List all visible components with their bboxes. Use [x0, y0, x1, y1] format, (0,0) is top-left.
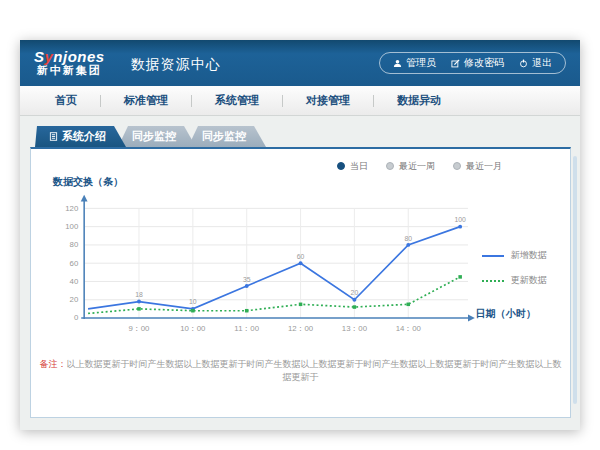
footer-note-label: 备注： [40, 359, 67, 369]
svg-text:80: 80 [404, 235, 412, 242]
svg-text:60: 60 [70, 259, 79, 268]
line-chart: 0204060801001209：0010：0011：0012：0013：001… [45, 191, 476, 353]
document-icon [49, 131, 58, 143]
footer-note: 备注：以上数据更新于时间产生数据以上数据更新于时间产生数据以上数据更新于时间产生… [39, 358, 562, 384]
svg-text:14：00: 14：00 [396, 324, 422, 333]
user-icon [393, 59, 402, 68]
svg-text:80: 80 [70, 240, 79, 249]
brand-logo-subtext: 新中新集团 [34, 65, 105, 77]
svg-text:100: 100 [65, 222, 79, 231]
filter-option-最近一周[interactable]: 最近一周 [386, 160, 435, 173]
chart-legend: 新增数据更新数据 [482, 249, 547, 287]
main-nav: 首页标准管理系统管理对接管理数据异动 [20, 86, 580, 116]
user-menu-item-管理员[interactable]: 管理员 [393, 56, 436, 70]
radio-icon [337, 162, 345, 170]
edit-icon [451, 59, 460, 68]
tab-label: 系统介绍 [62, 129, 106, 144]
content-panel: 当日最近一周最近一月 数据交换（条） 0204060801001209：0010… [30, 147, 571, 418]
svg-text:100: 100 [454, 216, 466, 223]
nav-item-系统管理[interactable]: 系统管理 [192, 93, 282, 108]
app-title: 数据资源中心 [131, 56, 221, 74]
app-window: Synjones 新中新集团 数据资源中心 管理员修改密码退出 首页标准管理系统… [20, 40, 580, 430]
legend-item-更新数据[interactable]: 更新数据 [482, 274, 547, 287]
tab-系统介绍[interactable]: 系统介绍 [35, 126, 126, 147]
y-axis-title: 数据交换（条） [53, 175, 562, 189]
svg-text:10：00: 10：00 [180, 324, 206, 333]
tab-同步监控[interactable]: 同步监控 [118, 126, 196, 147]
tab-同步监控[interactable]: 同步监控 [188, 126, 266, 147]
svg-text:13：00: 13：00 [342, 324, 368, 333]
legend-column: 新增数据更新数据 日期（小时） [476, 191, 562, 353]
footer-note-text: 以上数据更新于时间产生数据以上数据更新于时间产生数据以上数据更新于时间产生数据以… [67, 359, 562, 382]
svg-text:11：00: 11：00 [234, 324, 259, 333]
svg-text:40: 40 [70, 277, 79, 286]
legend-item-新增数据[interactable]: 新增数据 [482, 249, 547, 262]
brand-logo: Synjones 新中新集团 [34, 49, 105, 76]
nav-item-标准管理[interactable]: 标准管理 [101, 93, 191, 108]
svg-text:9：00: 9：00 [129, 324, 151, 333]
legend-swatch [482, 255, 504, 257]
panel-scrollbar[interactable] [573, 156, 577, 404]
x-axis-title: 日期（小时） [476, 307, 536, 321]
user-menu-label: 修改密码 [464, 56, 504, 70]
app-header: Synjones 新中新集团 数据资源中心 管理员修改密码退出 [20, 40, 580, 86]
svg-text:10: 10 [189, 298, 197, 305]
legend-label: 更新数据 [511, 274, 547, 287]
user-menu: 管理员修改密码退出 [379, 52, 566, 74]
radio-icon [386, 162, 394, 170]
power-icon [519, 59, 528, 68]
svg-text:60: 60 [297, 253, 305, 260]
user-menu-item-修改密码[interactable]: 修改密码 [451, 56, 504, 70]
legend-swatch [482, 280, 504, 282]
content-area: 系统介绍同步监控同步监控 当日最近一周最近一月 数据交换（条） 02040608… [20, 116, 580, 430]
tab-bar: 系统介绍同步监控同步监控 [35, 126, 571, 147]
filter-label: 当日 [350, 160, 368, 173]
time-filter-group: 当日最近一周最近一月 [39, 155, 562, 173]
svg-text:12：00: 12：00 [288, 324, 314, 333]
nav-item-数据异动[interactable]: 数据异动 [374, 93, 464, 108]
filter-option-最近一月[interactable]: 最近一月 [453, 160, 502, 173]
svg-text:20: 20 [70, 295, 79, 304]
filter-label: 最近一周 [399, 160, 435, 173]
filter-option-当日[interactable]: 当日 [337, 160, 368, 173]
nav-item-首页[interactable]: 首页 [32, 93, 100, 108]
legend-label: 新增数据 [511, 249, 547, 262]
svg-text:120: 120 [65, 204, 79, 213]
nav-item-对接管理[interactable]: 对接管理 [283, 93, 373, 108]
tab-label: 同步监控 [132, 129, 176, 144]
brand-logo-text: Synjones [34, 49, 105, 65]
user-menu-item-退出[interactable]: 退出 [519, 56, 552, 70]
user-menu-label: 退出 [532, 56, 552, 70]
tab-label: 同步监控 [202, 129, 246, 144]
filter-label: 最近一月 [466, 160, 502, 173]
svg-text:0: 0 [74, 313, 79, 322]
chart-row: 0204060801001209：0010：0011：0012：0013：001… [45, 191, 562, 353]
svg-text:20: 20 [351, 289, 359, 296]
svg-text:35: 35 [243, 276, 251, 283]
user-menu-label: 管理员 [406, 56, 436, 70]
svg-text:18: 18 [135, 291, 143, 298]
radio-icon [453, 162, 461, 170]
